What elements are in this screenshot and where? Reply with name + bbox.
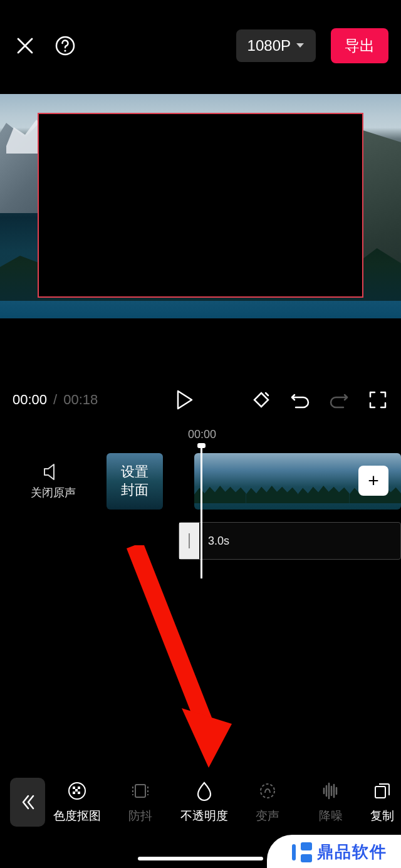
close-icon[interactable] [13, 33, 38, 58]
fullscreen-icon[interactable] [367, 389, 388, 410]
svg-rect-6 [75, 789, 78, 792]
watermark-icon [292, 842, 312, 862]
mute-toggle[interactable]: 关闭原声 [0, 463, 107, 500]
playhead[interactable] [200, 447, 202, 578]
clip-handle[interactable] [179, 523, 199, 559]
timeline[interactable]: 关闭原声 设置 封面 + 3.0s [0, 447, 401, 585]
opacity-icon [194, 780, 215, 802]
add-clip-button[interactable]: + [358, 466, 388, 496]
chevron-down-icon [296, 43, 305, 49]
speaker-icon [43, 463, 64, 481]
time-sep: / [53, 392, 57, 408]
tool-copy[interactable]: 复制 [363, 780, 401, 824]
svg-rect-9 [135, 785, 145, 797]
redo-icon [328, 389, 350, 410]
collapse-button[interactable] [10, 778, 45, 827]
voice-icon [257, 780, 278, 802]
help-icon[interactable] [53, 33, 78, 58]
mute-label: 关闭原声 [31, 485, 76, 500]
tool-stabilize[interactable]: 防抖 [108, 780, 172, 824]
stabilize-icon [130, 780, 151, 802]
svg-rect-8 [78, 792, 80, 794]
preview-canvas[interactable] [0, 94, 401, 318]
tool-bar: 色度抠图 防抖 不透明度 变声 降噪 复制 [0, 765, 401, 840]
tool-denoise[interactable]: 降噪 [299, 780, 363, 824]
svg-point-1 [64, 50, 66, 51]
set-cover-button[interactable]: 设置 封面 [107, 453, 163, 510]
svg-rect-11 [375, 787, 385, 798]
chroma-icon [66, 780, 88, 802]
watermark: 鼎品软件 [267, 835, 401, 868]
tool-voice[interactable]: 变声 [236, 780, 299, 824]
chevron-left-icon [19, 794, 36, 810]
audio-clip[interactable]: 3.0s [179, 522, 401, 560]
keyframe-icon[interactable] [251, 389, 272, 410]
tool-opacity[interactable]: 不透明度 [172, 780, 236, 824]
undo-icon[interactable] [289, 389, 311, 410]
resolution-button[interactable]: 1080P [236, 29, 316, 62]
svg-rect-5 [78, 787, 80, 789]
svg-point-10 [261, 784, 274, 798]
svg-rect-7 [73, 792, 75, 794]
export-button[interactable]: 导出 [331, 28, 388, 63]
denoise-icon [320, 780, 341, 802]
tool-chroma[interactable]: 色度抠图 [45, 780, 108, 824]
overlay-clip-bounds[interactable] [38, 113, 363, 298]
copy-icon [372, 780, 393, 802]
home-indicator [138, 857, 263, 860]
svg-rect-2 [189, 533, 190, 548]
resolution-label: 1080P [247, 37, 291, 55]
time-current: 00:00 [13, 392, 47, 408]
audio-duration: 3.0s [208, 535, 229, 548]
svg-rect-4 [73, 787, 75, 789]
time-total: 00:18 [63, 392, 98, 408]
play-icon[interactable] [174, 389, 195, 410]
ruler-tick: 00:00 [188, 428, 216, 441]
